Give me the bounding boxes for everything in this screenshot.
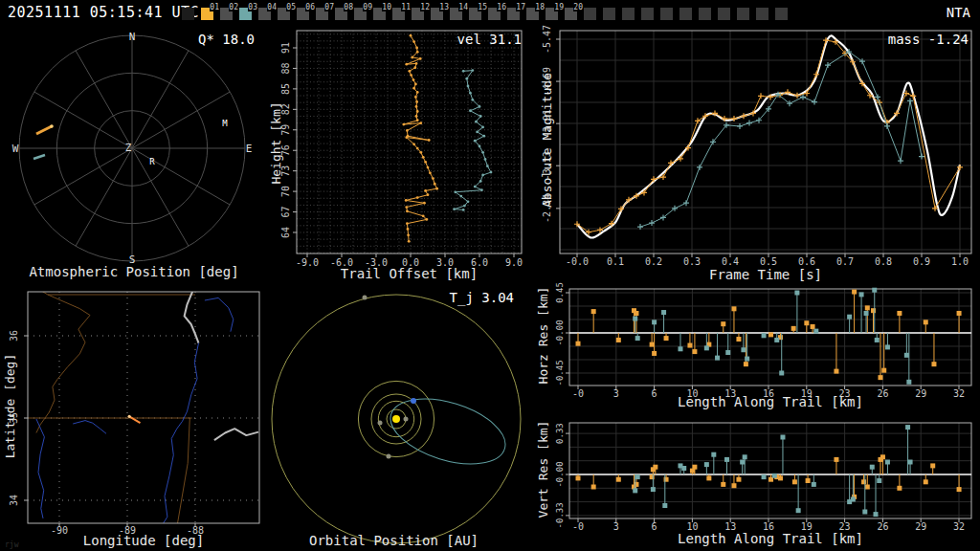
tab-18[interactable]: 18 xyxy=(526,8,539,20)
tab-spare-23 xyxy=(622,8,635,20)
polar-title: Q* 18.0 xyxy=(198,32,255,47)
svg-text:0.6: 0.6 xyxy=(798,256,815,267)
panel-atmospheric-position: NESWZMR Q* 18.0 Atmospheric Position [de… xyxy=(0,24,268,282)
light-curve-plot: -0.00.10.20.30.40.50.60.70.80.91.0-5.47-… xyxy=(531,24,980,282)
tab-19[interactable]: 19 xyxy=(546,8,558,20)
trail-offset-plot: -9.0-6.0-3.00.03.06.09.06467707376798285… xyxy=(268,24,531,282)
tab-blank xyxy=(182,8,194,20)
svg-text:-0.00: -0.00 xyxy=(555,320,565,345)
svg-text:E: E xyxy=(246,143,253,155)
atmospheric-position-plot: NESWZMR xyxy=(0,24,268,282)
svg-text:0.33: 0.33 xyxy=(555,423,565,444)
tab-13[interactable]: 13 xyxy=(431,8,443,20)
tab-spare-26 xyxy=(679,8,692,20)
panel-light-curve: -0.00.10.20.30.40.50.60.70.80.91.0-5.47-… xyxy=(531,24,980,282)
ground-map-plot: -90-89-88363534 xyxy=(0,282,268,551)
tab-20[interactable]: 20 xyxy=(565,8,577,20)
tab-15[interactable]: 15 xyxy=(469,8,481,20)
top-bar: 20251111 05:15:41 UTC 010203040506070809… xyxy=(0,0,980,24)
panel-vert-residuals: -03610131619232629320.33-0.00-0.33 Lengt… xyxy=(531,411,980,551)
svg-text:0.4: 0.4 xyxy=(722,256,739,267)
svg-text:1.0: 1.0 xyxy=(951,256,969,267)
svg-text:R: R xyxy=(149,157,155,166)
tab-16[interactable]: 16 xyxy=(488,8,501,20)
tab-04[interactable]: 04 xyxy=(258,8,271,20)
tab-spare-29 xyxy=(737,8,749,20)
svg-text:0.5: 0.5 xyxy=(760,256,777,267)
meteor-analysis-app: 20251111 05:15:41 UTC 010203040506070809… xyxy=(0,0,980,551)
svg-text:-0.0: -0.0 xyxy=(566,256,589,267)
svg-text:36: 36 xyxy=(9,330,19,342)
tab-spare-30 xyxy=(756,8,768,20)
tab-08[interactable]: 08 xyxy=(335,8,347,20)
tab-spare-22 xyxy=(603,8,615,20)
orbit-title: T_j 3.04 xyxy=(450,290,514,305)
svg-text:0.45: 0.45 xyxy=(555,282,565,303)
tab-09[interactable]: 09 xyxy=(354,8,367,20)
svg-text:64: 64 xyxy=(280,227,291,238)
trail-title: vel 31.1 xyxy=(457,32,522,47)
datetime-label: 20251111 05:15:41 UTC xyxy=(8,4,199,21)
tab-spare-31 xyxy=(775,8,788,20)
map-xlabel: Longitude [deg] xyxy=(28,533,259,548)
mag-ylabel: Absolute Magnitude xyxy=(540,59,554,222)
trail-ylabel: Height [km] xyxy=(269,86,283,201)
svg-text:-0.00: -0.00 xyxy=(555,461,565,487)
svg-text:N: N xyxy=(129,31,136,43)
polar-xlabel: Atmospheric Position [deg] xyxy=(0,264,268,279)
svg-text:Z: Z xyxy=(125,142,132,154)
tab-spare-24 xyxy=(641,8,654,20)
svg-text:0.9: 0.9 xyxy=(913,256,930,267)
tab-spare-28 xyxy=(718,8,730,20)
panel-orbit: T_j 3.04 Orbital Position [AU] xyxy=(266,282,522,551)
panel-horz-residuals: -03610131619232629320.45-0.00-0.45 Lengt… xyxy=(531,282,980,416)
svg-text:0.3: 0.3 xyxy=(683,256,701,267)
tab-spare-21 xyxy=(584,8,596,20)
tab-05[interactable]: 05 xyxy=(278,8,290,20)
tab-spare-25 xyxy=(660,8,673,20)
svg-text:0.1: 0.1 xyxy=(607,256,624,267)
svg-text:-5.47: -5.47 xyxy=(542,25,552,54)
horz-xlabel: Length Along Trail [km] xyxy=(569,394,971,409)
orbit-plot xyxy=(266,282,522,551)
tab-14[interactable]: 14 xyxy=(450,8,462,20)
tab-10[interactable]: 10 xyxy=(373,8,386,20)
tab-spare-27 xyxy=(699,8,711,20)
svg-text:88: 88 xyxy=(280,62,291,74)
tab-11[interactable]: 11 xyxy=(392,8,405,20)
svg-text:-0.33: -0.33 xyxy=(555,502,565,528)
svg-text:W: W xyxy=(12,143,19,155)
vert-xlabel: Length Along Trail [km] xyxy=(569,531,971,546)
tab-07[interactable]: 07 xyxy=(316,8,328,20)
tab-12[interactable]: 12 xyxy=(412,8,424,20)
svg-text:0.2: 0.2 xyxy=(645,256,662,267)
tab-01[interactable]: 01 xyxy=(201,8,213,20)
svg-text:0.7: 0.7 xyxy=(836,256,854,267)
tab-06[interactable]: 06 xyxy=(297,8,309,20)
shower-code-label: NTA xyxy=(947,5,970,20)
svg-text:34: 34 xyxy=(9,495,19,506)
event-tab-bar: 0102030405060708091011121314151617181920 xyxy=(182,8,788,20)
mag-xlabel: Frame Time [s] xyxy=(560,267,971,282)
tab-03[interactable]: 03 xyxy=(239,8,252,20)
horz-ylabel: Horz Res [km] xyxy=(536,278,550,393)
mag-title: mass -1.24 xyxy=(888,32,969,47)
watermark: rjw xyxy=(5,540,18,549)
svg-text:67: 67 xyxy=(280,207,291,218)
trail-xlabel: Trail Offset [km] xyxy=(297,266,522,281)
svg-text:91: 91 xyxy=(280,42,291,54)
panel-trail-offset: -9.0-6.0-3.00.03.06.09.06467707376798285… xyxy=(268,24,531,282)
tab-17[interactable]: 17 xyxy=(507,8,520,20)
svg-text:M: M xyxy=(222,119,228,128)
tab-02[interactable]: 02 xyxy=(220,8,233,20)
map-ylabel: Latitude [deg] xyxy=(3,349,17,464)
svg-text:-0.45: -0.45 xyxy=(555,360,565,386)
panel-ground-map: -90-89-88363534 Longitude [deg] Latitude… xyxy=(0,282,268,551)
vert-ylabel: Vert Res [km] xyxy=(536,412,550,527)
svg-text:0.8: 0.8 xyxy=(875,256,892,267)
orbit-xlabel: Orbital Position [AU] xyxy=(266,533,522,548)
